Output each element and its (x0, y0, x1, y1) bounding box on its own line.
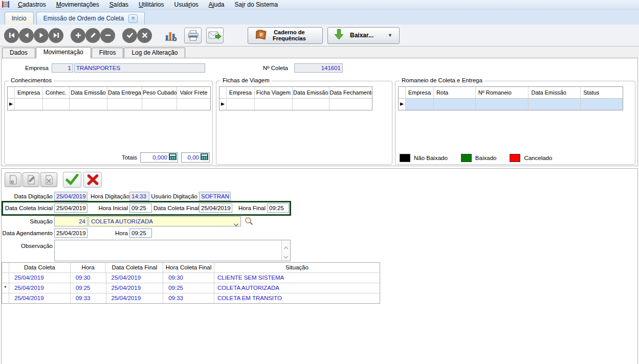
tab-dados[interactable]: Dados (2, 48, 35, 58)
empresa-label: Empresa (10, 64, 49, 73)
column-header: Data Emissão (293, 87, 329, 99)
toolbar: F Caderno de Frequências Baixar... ▼ (0, 25, 639, 47)
column-header: Valor Frete (177, 87, 210, 99)
column-header: Data Entrega (107, 87, 142, 99)
confirm-movement-button[interactable] (63, 172, 81, 188)
data-agendamento-field[interactable]: 25/04/2019 (54, 229, 87, 238)
tab-emissao-ordem-coleta[interactable]: Emissão de Ordem de Coleta ✕ (36, 12, 145, 25)
tab-movimentacao[interactable]: Movimentação (36, 47, 91, 58)
application-window: Cadastros Movimentações Saídas Utilitári… (0, 0, 639, 364)
situacao-history-table: Data Coleta Hora Data Coleta Final Hora … (2, 262, 380, 304)
usuario-digitacao-field[interactable]: SOFTRAN (199, 192, 231, 201)
nav-prev-button[interactable] (19, 28, 34, 43)
cancel-movement-button[interactable] (83, 172, 102, 188)
menu-cadastros[interactable]: Cadastros (13, 1, 51, 9)
observacao-textarea[interactable] (54, 240, 291, 261)
menu-sair-do-sistema[interactable]: Sair do Sistema (230, 1, 283, 9)
new-movement-button[interactable] (5, 172, 21, 187)
edit-movement-button[interactable] (23, 172, 39, 187)
add-record-button[interactable] (71, 28, 85, 43)
column-header: Conhec. (43, 87, 70, 99)
menu-movimentacoes[interactable]: Movimentações (51, 1, 104, 9)
situacao-code-field[interactable]: 24 (54, 216, 87, 226)
caderno-frequencias-button[interactable]: F Caderno de Frequências (248, 27, 323, 44)
hora-digitacao-label: Hora Digitação (91, 192, 128, 201)
scroll-down-icon[interactable] (283, 252, 289, 261)
data-agendamento-label: Data Agendamento (2, 229, 53, 238)
table-row[interactable]: 25/04/2019 09:30 25/04/2019 09:30 CLIENT… (2, 273, 380, 283)
nav-first-button[interactable] (4, 28, 19, 43)
movement-toolbar (5, 172, 102, 188)
data-digitacao-field[interactable]: 25/04/2019 (54, 192, 87, 201)
email-button[interactable] (206, 28, 224, 43)
total-frete-field[interactable]: 0,00 (181, 152, 210, 163)
app-icon (2, 1, 11, 9)
row-selector-icon: ▶ (399, 99, 406, 110)
confirm-button[interactable] (122, 28, 137, 43)
empresa-name-field[interactable]: TRANSPORTES (74, 63, 205, 73)
current-row-marker: * (2, 283, 9, 293)
chart-button[interactable] (162, 27, 180, 43)
document-tab-bar: Início Emissão de Ordem de Coleta ✕ (0, 10, 639, 25)
tab-log-alteracao[interactable]: Log de Alteração (124, 48, 185, 58)
table-row[interactable]: ▶ (8, 99, 210, 110)
search-icon[interactable] (245, 217, 253, 228)
data-coleta-final-field[interactable]: 25/04/2019 (199, 203, 232, 213)
column-header: Ficha Viagem (255, 87, 293, 99)
nav-button-group (4, 28, 63, 43)
nav-next-button[interactable] (34, 28, 49, 43)
situacao-combobox[interactable]: COLETA AUTORIZADA (89, 216, 241, 226)
table-row-current[interactable]: * 25/04/2019 09:25 25/04/2019 09:25 COLE… (2, 283, 380, 293)
menu-ajuda[interactable]: Ajuda (204, 1, 230, 9)
totais-label: Totais (122, 154, 137, 161)
table-row[interactable]: ▶ (219, 99, 372, 110)
totais-row: Totais 0,000 0,00 (122, 152, 210, 163)
scroll-up-icon[interactable] (283, 242, 289, 252)
hora-digitacao-field[interactable]: 14:33 (129, 192, 149, 201)
observacao-scrollbar[interactable] (281, 240, 290, 261)
calculator-icon[interactable] (201, 153, 208, 162)
table-row[interactable]: 25/04/2019 09:33 25/04/2019 09:33 COLETA… (2, 293, 380, 303)
hora-agendamento-field[interactable]: 09:25 (129, 229, 152, 238)
num-coleta-field[interactable]: 141601 (294, 63, 343, 73)
upper-panel: Empresa 1 TRANSPORTES Nº Coleta 141601 C… (1, 58, 638, 166)
menu-utilitarios[interactable]: Utilitários (134, 1, 169, 9)
data-coleta-inicial-field[interactable]: 25/04/2019 (54, 203, 87, 213)
situacao-label: Situação (2, 217, 53, 226)
baixar-button[interactable]: Baixar... ▼ (327, 27, 400, 44)
chevron-down-icon (234, 220, 238, 229)
hora-final-field[interactable]: 09:25 (267, 203, 289, 213)
tab-inicio[interactable]: Início (5, 12, 34, 25)
baixar-dropdown-caret-icon[interactable]: ▼ (388, 33, 392, 38)
caderno-label: Caderno de Frequências (273, 29, 306, 41)
print-button[interactable] (184, 28, 202, 43)
menu-saidas[interactable]: Saídas (104, 1, 134, 9)
row-selector-icon: ▶ (219, 99, 227, 110)
nav-last-button[interactable] (49, 28, 63, 43)
delete-record-button[interactable] (100, 28, 115, 43)
column-header (219, 87, 227, 99)
menu-usuarios[interactable]: Usuários (169, 1, 203, 9)
edit-record-button[interactable] (85, 28, 100, 43)
tab-close-icon[interactable]: ✕ (128, 14, 138, 23)
menu-bar: Cadastros Movimentações Saídas Utilitári… (0, 0, 639, 10)
download-arrow-icon (334, 29, 344, 42)
column-header: Hora (71, 263, 106, 272)
table-row-selected[interactable]: ▶ (399, 99, 623, 110)
cancel-button[interactable] (137, 28, 152, 43)
total-peso-field[interactable]: 0,000 (140, 152, 178, 163)
delete-movement-button[interactable] (40, 172, 57, 187)
tab-filtros[interactable]: Filtros (92, 48, 124, 58)
tab-emissao-label: Emissão de Ordem de Coleta (43, 15, 124, 22)
book-icon: F (254, 29, 268, 42)
legend-label: Baixado (475, 155, 497, 161)
usuario-digitacao-label: Usuário Digitação (151, 192, 197, 201)
column-header: Data Coleta (9, 263, 71, 272)
empresa-code-field[interactable]: 1 (52, 63, 73, 73)
data-coleta-inicial-label: Data Coleta Inicial (5, 204, 53, 213)
status-legend: Não Baixado Baixado Cancelado (400, 154, 565, 162)
calculator-icon[interactable] (169, 153, 177, 162)
page-tab-bar: Dados Movimentação Filtros Log de Altera… (0, 47, 639, 58)
hora-inicial-field[interactable]: 09:25 (129, 203, 152, 213)
fichas-viagem-title: Fichas de Viagem (221, 77, 272, 83)
